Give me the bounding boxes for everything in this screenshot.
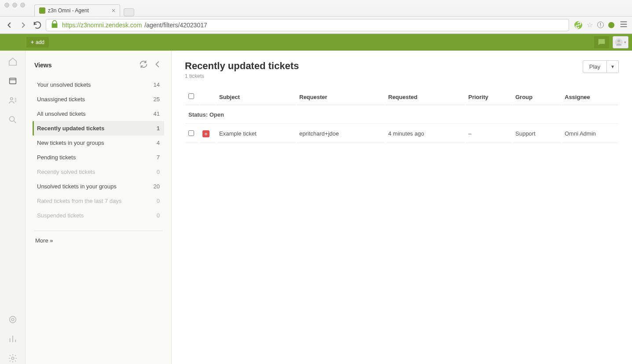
address-bar[interactable]: https://z3nomni.zendesk.com/agent/filter… [46,19,569,31]
arrow-left-icon [4,20,14,30]
collapse-views-icon[interactable] [153,59,162,70]
views-divider [34,231,162,231]
col-requested[interactable]: Requested [386,89,465,105]
view-item[interactable]: Suspended tickets0 [33,208,164,223]
url-host: https://z3nomni.zendesk.com [62,22,142,29]
back-button[interactable] [4,19,15,31]
svg-rect-1 [9,78,16,84]
col-subject[interactable]: Subject [217,89,296,105]
tab-title: z3n Omni - Agent [48,7,89,14]
main-content: Recently updated tickets 1 tickets Play … [172,51,632,364]
view-item[interactable]: Recently updated tickets1 [33,121,164,136]
page-title: Recently updated tickets [185,60,299,72]
reload-button[interactable] [32,19,43,31]
info-icon[interactable]: ! [597,22,604,28]
view-item-count: 25 [154,96,160,103]
view-item[interactable]: Unsolved tickets in your groups20 [33,179,164,194]
table-row[interactable]: oExample ticketepritchard+jdoe4 minutes … [186,125,618,143]
rail-admin-icon[interactable] [7,314,18,325]
rail-views-icon[interactable] [7,75,18,87]
view-item-count: 1 [157,125,160,132]
view-item[interactable]: Unassigned tickets25 [33,92,164,107]
left-rail [0,51,26,364]
lock-icon [50,19,59,30]
view-item[interactable]: Rated tickets from the last 7 days0 [33,194,164,208]
view-item-count: 0 [157,198,160,204]
hamburger-menu-icon[interactable] [619,19,628,30]
play-button-group: Play ▼ [583,60,619,73]
window-min-dot[interactable] [12,3,17,7]
avatar-icon [615,38,623,46]
chat-button[interactable] [594,36,609,48]
row-checkbox[interactable] [188,130,194,136]
view-item-label: Suspended tickets [37,212,84,219]
view-item-count: 0 [157,169,160,175]
rail-search-icon[interactable] [7,114,18,125]
tickets-table: Subject Requester Requested Priority Gro… [185,88,619,144]
view-item-label: Recently solved tickets [37,169,95,175]
window-close-dot[interactable] [4,3,9,7]
view-item[interactable]: Pending tickets7 [33,150,164,165]
view-item-count: 20 [154,183,160,190]
reload-icon [33,20,42,30]
add-button[interactable]: + add [26,37,49,48]
play-button[interactable]: Play [583,60,607,73]
chrome-action-icons: ☆ ! [572,19,628,30]
page-subtitle: 1 tickets [185,73,299,79]
view-item[interactable]: All unsolved tickets41 [33,107,164,121]
favicon-icon [39,7,45,14]
table-header-row: Subject Requester Requested Priority Gro… [186,89,618,105]
group-header-row: Status: Open [186,106,618,124]
svg-point-4 [9,316,16,323]
extension-icon[interactable] [608,22,614,28]
bookmark-star-icon[interactable]: ☆ [587,21,593,29]
svg-point-2 [10,98,13,100]
view-item-label: All unsolved tickets [37,110,86,117]
view-item-count: 14 [154,81,160,88]
svg-point-0 [617,40,620,42]
view-item-count: 41 [154,110,160,117]
view-item-label: Unassigned tickets [37,96,85,103]
extension-link-icon[interactable] [574,21,582,29]
rail-reports-icon[interactable] [7,333,18,345]
view-item-count: 7 [157,154,160,161]
browser-tab[interactable]: z3n Omni - Agent × [34,4,120,16]
profile-menu-button[interactable] [613,36,628,48]
url-path: /agent/filters/42023017 [144,22,207,29]
tab-strip: z3n Omni - Agent × [0,5,632,16]
view-item-label: Pending tickets [37,154,76,161]
col-group[interactable]: Group [513,89,561,105]
status-badge: o [202,130,209,137]
view-item-label: Unsolved tickets in your groups [37,183,117,190]
views-more-link[interactable]: More » [33,237,164,244]
add-button-label: add [36,39,44,45]
forward-button[interactable] [18,19,29,31]
refresh-views-icon[interactable] [139,59,148,70]
view-item-label: Recently updated tickets [37,125,104,132]
cell-requested: 4 minutes ago [386,125,465,143]
view-item[interactable]: Recently solved tickets0 [33,165,164,179]
view-item-count: 0 [157,212,160,219]
play-dropdown-button[interactable]: ▼ [607,60,619,73]
col-assignee[interactable]: Assignee [562,89,618,105]
new-tab-button[interactable] [124,8,134,16]
rail-settings-icon[interactable] [7,353,18,364]
rail-home-icon[interactable] [7,56,18,67]
views-list: Your unsolved tickets14Unassigned ticket… [33,77,164,223]
view-item[interactable]: New tickets in your groups4 [33,136,164,150]
cell-subject: Example ticket [217,125,296,143]
chat-icon [597,37,606,47]
rail-customers-icon[interactable] [7,95,18,106]
col-requester[interactable]: Requester [297,89,385,105]
arrow-right-icon [18,20,28,30]
window-max-dot[interactable] [20,3,25,7]
views-heading: Views [34,62,51,69]
view-item-label: New tickets in your groups [37,140,104,146]
select-all-checkbox[interactable] [188,93,194,99]
view-item-label: Your unsolved tickets [37,81,91,88]
tab-close-icon[interactable]: × [112,7,115,14]
col-priority[interactable]: Priority [466,89,512,105]
view-item[interactable]: Your unsolved tickets14 [33,77,164,92]
cell-requester: epritchard+jdoe [297,125,385,143]
views-panel: Views Your unsolved tickets14Unassigned … [26,51,172,364]
